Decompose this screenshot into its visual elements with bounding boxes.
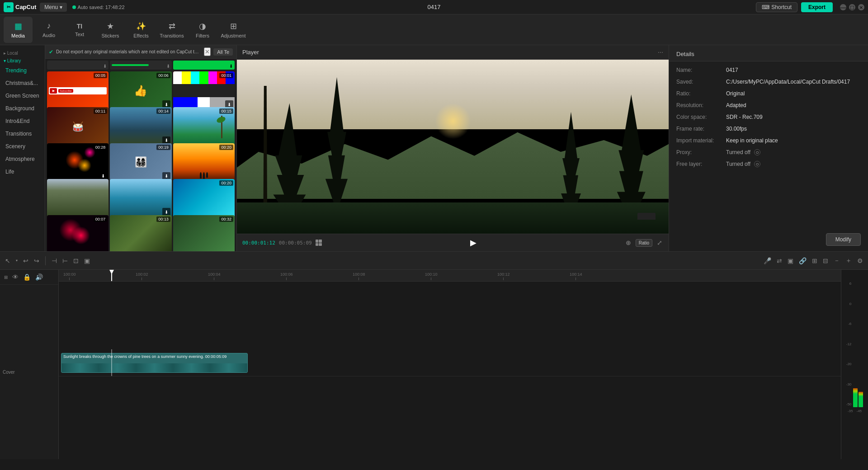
empty-track-area-2 [59, 376, 841, 459]
shield-icon: ✔ [49, 49, 53, 55]
media-item-sunset[interactable]: 00:20 [173, 143, 235, 182]
all-tab[interactable]: All Te [213, 48, 233, 56]
tool-transitions[interactable]: ⇄ Transitions [157, 17, 186, 43]
media-item-group[interactable]: 👨‍👩‍👧‍👦 00:19 ⬇ [110, 143, 171, 182]
player-menu-icon[interactable]: ⋯ [658, 49, 663, 56]
notification-close-button[interactable]: ✕ [204, 47, 211, 56]
shortcut-button[interactable]: ⌨ Shortcut [756, 2, 797, 12]
detail-ratio: Ratio: Original [676, 90, 861, 97]
minimize-button[interactable]: — [840, 4, 846, 10]
multi-cam-button[interactable]: ▣ [786, 256, 795, 266]
media-loading-3[interactable]: ⬇ [173, 61, 235, 70]
add-track-button[interactable]: ⊞ [3, 273, 9, 281]
top-bar: ✂ CapCut Media Menu ▾ Auto saved: 17:48:… [0, 0, 868, 14]
ratio-value: Original [726, 90, 745, 97]
audio-track-button[interactable]: 🔊 [34, 272, 44, 282]
sidebar-library-header[interactable]: ▾ Library [0, 56, 45, 64]
logo-icon: ✂ [4, 2, 14, 12]
split-after-button[interactable]: ⊡ [72, 256, 80, 266]
zoom-out-button[interactable]: － [832, 255, 841, 266]
media-item-forest-green[interactable]: 00:32 [173, 215, 235, 251]
export-button[interactable]: Export [801, 2, 833, 12]
sidebar-item-transitions[interactable]: Transitions [2, 128, 43, 140]
fullscreen-button[interactable]: ⤢ [656, 238, 663, 247]
media-item-subscribe[interactable]: ▶ Subscribe 00:05 [47, 71, 108, 110]
notification-bar: ✔ Do not export any original materials w… [45, 45, 236, 59]
timeline-right-controls: 🎤 ⇄ ▣ 🔗 ⊞ ⊟ － ＋ ⚙ [762, 255, 864, 266]
proxy-toggle-button[interactable]: ○ [754, 149, 760, 155]
settings-timeline-button[interactable]: ⚙ [856, 256, 864, 266]
media-item-city[interactable]: 00:14 ⬇ [110, 107, 171, 146]
media-item-pool[interactable]: 00:20 [173, 179, 235, 217]
lock-button[interactable]: 🔒 [22, 272, 32, 282]
timeline-link-button[interactable]: ⇄ [775, 256, 783, 266]
split-button[interactable]: ⊢ [61, 256, 69, 266]
video-preview-area [237, 60, 669, 234]
sidebar-item-trending[interactable]: Trending [2, 65, 43, 76]
media-item-fireworks[interactable]: 00:28 ⬇ [47, 143, 108, 182]
play-button[interactable]: ▶ [470, 238, 476, 248]
redo-button[interactable]: ↪ [33, 256, 41, 266]
media-item-drums[interactable]: 🥁 00:11 [47, 107, 108, 146]
video-clip[interactable]: Sunlight breaks through the crowns of pi… [61, 353, 248, 373]
media-item-test-pattern[interactable]: 00:01 ⬇ [173, 71, 235, 110]
tool-stickers[interactable]: ★ Stickers [96, 17, 125, 43]
ratio-button[interactable]: Ratio [636, 239, 652, 247]
tool-text-label: Text [75, 32, 84, 37]
tool-audio[interactable]: ♪ Audio [34, 17, 63, 43]
media-loading-2[interactable]: ⬇ [110, 61, 171, 70]
media-duration-2: 00:06 [156, 73, 170, 78]
media-item-ocean[interactable]: ⬇ [110, 179, 171, 217]
sidebar-item-christmas[interactable]: Christmas&... [2, 77, 43, 89]
free-layer-toggle-button[interactable]: ○ [754, 161, 760, 167]
import-label: Import material: [676, 137, 726, 144]
sidebar-item-intro-end[interactable]: Intro&End [2, 115, 43, 127]
zoom-in-button[interactable]: ＋ [844, 255, 853, 266]
eye-button[interactable]: 👁 [11, 272, 20, 282]
maximize-button[interactable]: □ [849, 4, 855, 10]
pip-button[interactable]: ⊟ [821, 256, 830, 266]
media-item-like[interactable]: 👍 00:06 ⬇ [110, 71, 171, 110]
tool-adjustment[interactable]: ⊞ Adjustment [219, 17, 248, 43]
sidebar-item-green-screen[interactable]: Green Screen [2, 90, 43, 102]
menu-button[interactable]: Media Menu ▾ [40, 3, 66, 12]
grid-view-icon[interactable] [316, 240, 322, 246]
split-screen-button[interactable]: ⊞ [811, 256, 819, 266]
link-button[interactable]: 🔗 [797, 256, 808, 266]
media-duration-5: 00:14 [156, 108, 170, 114]
media-item-beach[interactable]: 00:15 [173, 107, 235, 146]
details-content: Name: 0417 Saved: C:/Users/MyPC/AppData/… [669, 61, 868, 251]
media-item-red-fireworks[interactable]: 00:07 [47, 215, 108, 251]
sidebar-item-atmosphere[interactable]: Atmosphere [2, 153, 43, 165]
media-duration-15: 00:32 [219, 216, 233, 222]
sidebar-item-life[interactable]: Life [2, 166, 43, 178]
modify-button[interactable]: Modify [826, 233, 861, 246]
detail-color-space: Color space: SDR - Rec.709 [676, 114, 861, 120]
sidebar-local-header[interactable]: ▸ Local [0, 49, 45, 56]
undo-button[interactable]: ↩ [22, 256, 30, 266]
delete-button[interactable]: ▣ [83, 256, 91, 266]
media-duration-8: 00:19 [156, 145, 170, 150]
crop-button[interactable]: ⊕ [625, 238, 632, 247]
media-item-mountain[interactable] [47, 179, 108, 217]
sidebar-item-scenery[interactable]: Scenery [2, 141, 43, 152]
tool-filters[interactable]: ◑ Filters [188, 17, 217, 43]
close-button[interactable]: × [858, 4, 864, 10]
sidebar: ▸ Local ▾ Library Trending Christmas&...… [0, 45, 45, 251]
timeline-content: ⊞ 👁 🔒 🔊 Cover 100:00 100:02 [0, 270, 868, 459]
object-bottom-right [637, 213, 656, 220]
tool-transitions-label: Transitions [160, 33, 184, 38]
tool-text[interactable]: TI Text [65, 17, 94, 43]
split-before-button[interactable]: ⊣ [50, 256, 58, 266]
vu-label-l: -35 [848, 409, 853, 413]
media-item-landscape[interactable]: 00:13 [110, 215, 171, 251]
cursor-dropdown[interactable]: ▾ [14, 257, 19, 264]
empty-track-area [59, 282, 841, 349]
sidebar-item-background[interactable]: Background [2, 103, 43, 114]
media-loading-1[interactable]: ⬇ [47, 61, 108, 70]
cursor-tool[interactable]: ↖ [4, 256, 12, 266]
tool-media[interactable]: ▦ Media [4, 17, 33, 43]
media-library-panel: ✔ Do not export any original materials w… [45, 45, 237, 251]
mic-button[interactable]: 🎤 [762, 256, 773, 266]
tool-effects[interactable]: ✨ Effects [127, 17, 156, 43]
